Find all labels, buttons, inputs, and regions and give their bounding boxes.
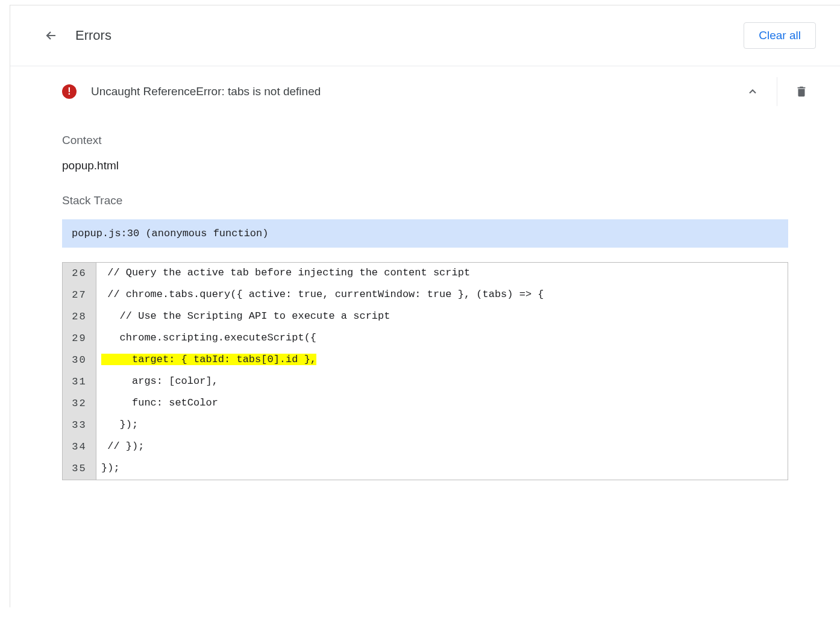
stack-trace-label: Stack Trace: [62, 194, 788, 207]
line-number: 34: [63, 436, 96, 458]
line-number: 30: [63, 349, 96, 371]
error-header[interactable]: ! Uncaught ReferenceError: tabs is not d…: [10, 66, 840, 117]
errors-page: Errors Clear all ! Uncaught ReferenceErr…: [10, 5, 840, 607]
line-content: chrome.scripting.executeScript({: [96, 328, 788, 349]
line-content: // chrome.tabs.query({ active: true, cur…: [96, 284, 788, 306]
line-number: 35: [63, 458, 96, 480]
stack-trace-location[interactable]: popup.js:30 (anonymous function): [62, 219, 788, 248]
collapse-button[interactable]: [738, 77, 767, 106]
line-number: 29: [63, 328, 96, 349]
code-line: 34 // });: [63, 436, 788, 458]
line-content: // Use the Scripting API to execute a sc…: [96, 306, 788, 328]
code-line: 29 chrome.scripting.executeScript({: [63, 328, 788, 349]
error-actions: [738, 77, 816, 106]
code-line: 28 // Use the Scripting API to execute a…: [63, 306, 788, 328]
code-line: 31 args: [color],: [63, 371, 788, 393]
chevron-up-icon: [747, 86, 759, 98]
code-line: 32 func: setColor: [63, 393, 788, 415]
action-divider: [777, 77, 777, 106]
line-number: 27: [63, 284, 96, 306]
line-content: args: [color],: [96, 371, 788, 393]
header-left: Errors: [44, 28, 111, 43]
code-line: 26 // Query the active tab before inject…: [63, 263, 788, 284]
line-number: 26: [63, 263, 96, 284]
page-title: Errors: [75, 28, 111, 43]
line-number: 32: [63, 393, 96, 415]
header-bar: Errors Clear all: [10, 5, 840, 66]
line-number: 33: [63, 415, 96, 436]
line-number: 31: [63, 371, 96, 393]
line-content: });: [96, 458, 788, 480]
code-line: 33 });: [63, 415, 788, 436]
line-content: // Query the active tab before injecting…: [96, 263, 788, 284]
arrow-left-icon: [44, 28, 58, 43]
line-number: 28: [63, 306, 96, 328]
error-details: Context popup.html Stack Trace popup.js:…: [10, 117, 840, 504]
error-message: Uncaught ReferenceError: tabs is not def…: [91, 85, 738, 98]
back-button[interactable]: [44, 28, 58, 43]
error-item: ! Uncaught ReferenceError: tabs is not d…: [10, 66, 840, 504]
line-content: func: setColor: [96, 393, 788, 415]
line-content: target: { tabId: tabs[0].id },: [96, 349, 788, 371]
context-value: popup.html: [62, 159, 788, 172]
code-line: 27 // chrome.tabs.query({ active: true, …: [63, 284, 788, 306]
delete-button[interactable]: [787, 77, 816, 106]
error-icon: !: [62, 84, 77, 99]
clear-all-button[interactable]: Clear all: [744, 22, 816, 49]
code-viewer: 26 // Query the active tab before inject…: [62, 262, 788, 480]
line-content: // });: [96, 436, 788, 458]
line-content: });: [96, 415, 788, 436]
code-line: 35});: [63, 458, 788, 480]
code-line: 30 target: { tabId: tabs[0].id },: [63, 349, 788, 371]
context-label: Context: [62, 134, 788, 147]
trash-icon: [795, 85, 808, 98]
